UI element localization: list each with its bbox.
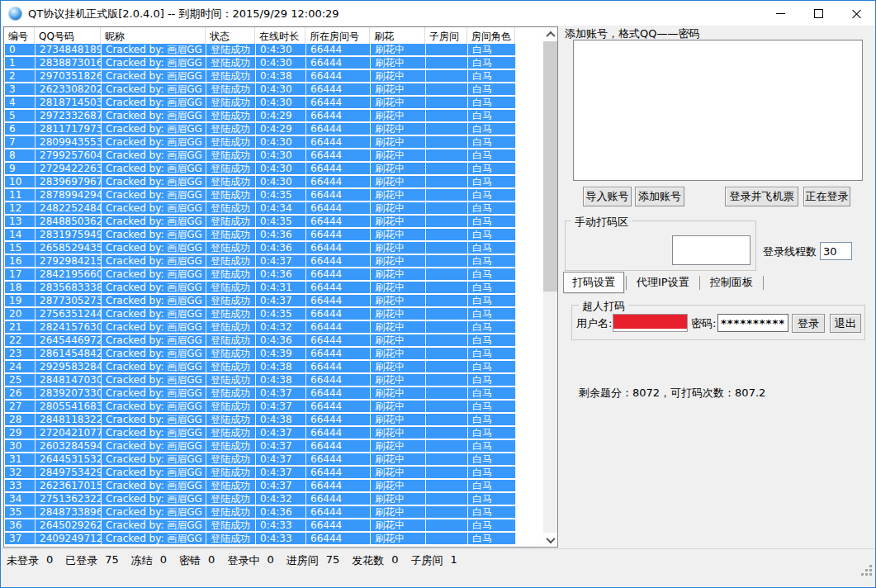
table-cell: 2831975949 <box>36 229 102 240</box>
table-row[interactable]: 242929583284Cracked by: 画眉GG登陆成功0:4:3866… <box>5 361 543 372</box>
table-row[interactable]: 202756351244Cracked by: 画眉GG登陆成功0:4:3566… <box>5 308 543 320</box>
table-row[interactable]: 42818714503Cracked by: 画眉GG登陆成功0:4:30664… <box>5 97 543 108</box>
superman-login-button[interactable]: 登录 <box>792 314 825 333</box>
logging-in-button[interactable]: 正在登录 <box>803 187 850 206</box>
superman-exit-button[interactable]: 退出 <box>830 314 861 333</box>
table-row[interactable]: 272805541683Cracked by: 画眉GG登陆成功0:4:3766… <box>5 401 543 412</box>
table-cell <box>426 401 468 412</box>
table-cell: Cracked by: 画眉GG <box>102 414 206 425</box>
table-cell: 0:4:35 <box>256 189 306 201</box>
tab-1[interactable]: 打码设置 <box>563 272 624 293</box>
table-row[interactable]: 302603284594Cracked by: 画眉GG登陆成功0:4:3766… <box>5 440 543 452</box>
add-accounts-button[interactable]: 添加账号 <box>635 187 684 206</box>
table-row[interactable]: 352848733896Cracked by: 画眉GG登陆成功0:4:3666… <box>5 506 543 518</box>
column-header-5[interactable]: 在线时长 <box>255 27 305 44</box>
scrollbar-thumb[interactable] <box>543 41 557 292</box>
table-cell: 6 <box>5 123 36 135</box>
table-row[interactable]: 22970351826Cracked by: 画眉GG登陆成功0:4:38664… <box>5 70 543 82</box>
vertical-scrollbar[interactable] <box>543 27 557 547</box>
column-header-3[interactable]: 昵称 <box>101 27 206 44</box>
column-header-8[interactable]: 子房间 <box>425 27 467 44</box>
table-cell: 66444 <box>306 97 371 108</box>
table-row[interactable]: 82799257604Cracked by: 画眉GG登陆成功0:4:30664… <box>5 149 543 161</box>
scroll-down-button[interactable] <box>543 533 557 547</box>
table-cell <box>426 387 468 399</box>
table-cell: 登陆成功 <box>206 202 256 214</box>
table-cell <box>426 348 468 359</box>
table-row[interactable]: 192877305273Cracked by: 画眉GG登陆成功0:4:3766… <box>5 295 543 306</box>
table-row[interactable]: 212824157630Cracked by: 画眉GG登陆成功0:4:3266… <box>5 321 543 333</box>
table-row[interactable]: 72809943553Cracked by: 画眉GG登陆成功0:4:30664… <box>5 136 543 148</box>
table-cell: 登陆成功 <box>206 295 256 306</box>
username-field[interactable] <box>613 314 688 332</box>
table-row[interactable]: 222645446972Cracked by: 画眉GG登陆成功0:4:3666… <box>5 334 543 346</box>
table-row[interactable]: 182835683338Cracked by: 画眉GG登陆成功0:4:3166… <box>5 282 543 293</box>
table-row[interactable]: 112878994294Cracked by: 画眉GG登陆成功0:4:3566… <box>5 189 543 201</box>
close-button[interactable] <box>837 1 875 26</box>
table-row[interactable]: 372409249712Cracked by: 画眉GG登陆成功0:4:3366… <box>5 533 543 544</box>
table-row[interactable]: 172842195660Cracked by: 画眉GG登陆成功0:4:3666… <box>5 268 543 280</box>
column-header-6[interactable]: 所在房间号 <box>305 27 370 44</box>
scroll-up-button[interactable] <box>543 27 557 41</box>
table-row[interactable]: 332623617015Cracked by: 画眉GG登陆成功0:4:3766… <box>5 480 543 491</box>
table-cell: 登陆成功 <box>206 242 256 254</box>
table-cell: 登陆成功 <box>206 57 256 69</box>
column-header-2[interactable]: QQ号码 <box>35 27 101 44</box>
table-cell: 白马 <box>468 268 516 280</box>
table-cell: 0:4:32 <box>256 321 306 333</box>
table-row[interactable]: 362645029262Cracked by: 画眉GG登陆成功0:4:3366… <box>5 519 543 531</box>
minimize-button[interactable] <box>761 1 799 26</box>
login-ticket-button[interactable]: 登录并飞机票 <box>725 187 798 206</box>
login-threads-input[interactable] <box>820 242 852 260</box>
table-row[interactable]: 252848147030Cracked by: 画眉GG登陆成功0:4:3866… <box>5 374 543 386</box>
table-row[interactable]: 162792984215Cracked by: 画眉GG登陆成功0:4:3766… <box>5 255 543 267</box>
table-row[interactable]: 102839697967Cracked by: 画眉GG登陆成功0:4:3066… <box>5 176 543 187</box>
table-cell <box>426 361 468 372</box>
table-row[interactable]: 122482252484Cracked by: 画眉GG登陆成功0:4:3466… <box>5 202 543 214</box>
table-row[interactable]: 142831975949Cracked by: 画眉GG登陆成功0:4:3666… <box>5 229 543 240</box>
accounts-textarea[interactable] <box>573 40 863 181</box>
table-cell: 2729422263 <box>36 163 102 174</box>
table-cell: 66444 <box>306 70 371 82</box>
table-row[interactable]: 12838873016Cracked by: 画眉GG登陆成功0:4:30664… <box>5 57 543 69</box>
captcha-input[interactable] <box>672 235 751 265</box>
table-cell: 2792984215 <box>36 255 102 267</box>
table-row[interactable]: 02734848189Cracked by: 画眉GG登陆成功0:4:30664… <box>5 44 543 55</box>
table-cell: 7 <box>5 136 36 148</box>
column-header-4[interactable]: 状态 <box>206 27 255 44</box>
table-row[interactable]: 342751362322Cracked by: 画眉GG登陆成功0:4:3266… <box>5 493 543 505</box>
table-cell: Cracked by: 画眉GG <box>102 453 206 465</box>
maximize-button[interactable] <box>799 1 837 26</box>
password-field[interactable] <box>717 314 788 332</box>
table-row[interactable]: 152658529435Cracked by: 画眉GG登陆成功0:4:3666… <box>5 242 543 254</box>
table-row[interactable]: 282848118322Cracked by: 画眉GG登陆成功0:4:3866… <box>5 414 543 425</box>
table-row[interactable]: 92729422263Cracked by: 画眉GG登陆成功0:4:30664… <box>5 163 543 174</box>
table-row[interactable]: 32623308202Cracked by: 画眉GG登陆成功0:4:30664… <box>5 83 543 95</box>
maximize-icon <box>814 9 823 18</box>
table-row[interactable]: 232861454842Cracked by: 画眉GG登陆成功0:4:3966… <box>5 348 543 359</box>
table-cell: 刷花中 <box>371 97 426 108</box>
import-accounts-button[interactable]: 导入账号 <box>583 187 632 206</box>
table-row[interactable]: 52972332687Cracked by: 画眉GG登陆成功0:4:29664… <box>5 110 543 121</box>
table-row[interactable]: 312644531532Cracked by: 画眉GG登陆成功0:4:3766… <box>5 453 543 465</box>
column-header-1[interactable]: 编号 <box>4 27 35 44</box>
table-row[interactable]: 132848850362Cracked by: 画眉GG登陆成功0:4:3566… <box>5 216 543 227</box>
tab-2[interactable]: 代理IP设置 <box>628 273 698 292</box>
table-row[interactable]: 292720421077Cracked by: 画眉GG登陆成功0:4:3766… <box>5 427 543 439</box>
column-header-9[interactable]: 房间角色 <box>467 27 515 44</box>
tab-3[interactable]: 控制面板 <box>702 273 761 292</box>
table-row[interactable]: 322849753429Cracked by: 画眉GG登陆成功0:4:3766… <box>5 467 543 478</box>
table-cell: Cracked by: 画眉GG <box>102 255 206 267</box>
table-cell: 2861454842 <box>36 348 102 359</box>
table-cell: 14 <box>5 229 36 240</box>
table-row[interactable]: 262839207330Cracked by: 画眉GG登陆成功0:4:3766… <box>5 387 543 399</box>
table-cell: 66444 <box>306 57 371 69</box>
column-header-7[interactable]: 刷花 <box>370 27 425 44</box>
table-cell: 2751362322 <box>36 493 102 505</box>
table-row[interactable]: 62811717973Cracked by: 画眉GG登陆成功0:4:29664… <box>5 123 543 135</box>
table-cell: 66444 <box>306 123 371 135</box>
resize-grip-icon[interactable] <box>869 565 872 567</box>
status-item: 登录中0 <box>227 553 273 568</box>
table-cell: 登陆成功 <box>206 163 256 174</box>
table-cell: 2970351826 <box>36 70 102 82</box>
